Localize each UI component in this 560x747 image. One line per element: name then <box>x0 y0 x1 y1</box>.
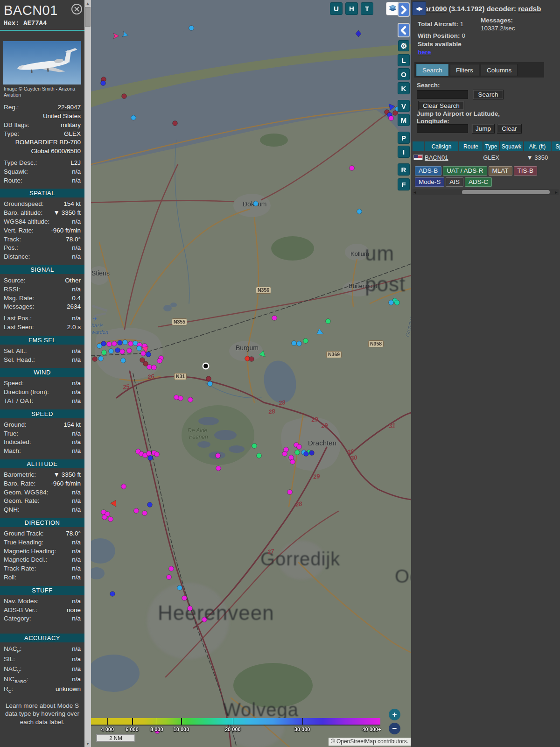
aircraft-marker[interactable] <box>208 381 213 387</box>
column-header-Alt. (ft)[interactable]: Alt. (ft) <box>524 141 551 151</box>
aircraft-marker[interactable] <box>249 357 254 362</box>
table-cell-type[interactable]: GLEX <box>483 153 499 162</box>
aircraft-marker[interactable] <box>147 365 152 370</box>
aircraft-marker[interactable] <box>101 81 106 86</box>
aircraft-marker[interactable] <box>303 338 308 344</box>
map-button-P[interactable]: P <box>398 132 410 144</box>
aircraft-marker[interactable] <box>123 340 128 345</box>
map-button-K[interactable]: K <box>398 82 410 94</box>
tab-columns[interactable]: Columns <box>481 64 518 76</box>
filter-ads-c[interactable]: ADS-C <box>465 177 492 187</box>
aircraft-marker[interactable] <box>128 341 133 346</box>
aircraft-marker[interactable] <box>272 316 277 321</box>
aircraft-marker[interactable] <box>178 396 183 401</box>
expand-panel-button[interactable] <box>398 2 410 17</box>
tab-filters[interactable]: Filters <box>450 64 479 76</box>
table-cell-spd[interactable] <box>552 153 560 162</box>
aircraft-marker[interactable] <box>107 342 112 347</box>
column-header-Squawk[interactable]: Squawk <box>500 141 523 151</box>
aircraft-marker[interactable] <box>154 452 160 457</box>
aircraft-marker[interactable] <box>108 517 113 522</box>
aircraft-marker[interactable] <box>173 121 178 126</box>
aircraft-marker[interactable] <box>169 566 174 571</box>
table-cell-callsign[interactable]: BACN01 <box>425 153 458 162</box>
aircraft-marker[interactable] <box>290 459 295 465</box>
aircraft-marker[interactable] <box>386 102 395 110</box>
zoom-in-button[interactable]: + <box>389 709 400 720</box>
aircraft-marker[interactable] <box>189 26 194 31</box>
column-header-flag[interactable] <box>413 141 424 151</box>
selected-aircraft-marker[interactable] <box>203 363 209 369</box>
aircraft-marker[interactable] <box>109 349 114 354</box>
aircraft-marker[interactable] <box>326 319 331 324</box>
aircraft-marker[interactable] <box>113 33 119 39</box>
map-button-T[interactable]: T <box>361 2 373 15</box>
aircraft-marker[interactable] <box>287 490 293 495</box>
settings-button[interactable]: ⚙ <box>398 40 409 51</box>
aircraft-marker[interactable] <box>122 31 129 38</box>
aircraft-marker[interactable] <box>131 115 136 120</box>
aircraft-marker[interactable] <box>304 451 309 457</box>
aircraft-marker[interactable] <box>118 340 123 345</box>
hscroll-thumb[interactable] <box>462 190 550 194</box>
scroll-up-icon[interactable]: ▲ <box>84 0 91 7</box>
column-header-Type[interactable]: Type <box>483 141 499 151</box>
aircraft-marker[interactable] <box>141 351 146 356</box>
aircraft-marker[interactable] <box>389 116 394 121</box>
aircraft-marker[interactable] <box>112 341 117 346</box>
scroll-left-icon[interactable]: ◄ <box>413 189 417 195</box>
map-attribution[interactable]: © OpenStreetMap contributors. <box>329 738 411 746</box>
jump-clear-button[interactable]: Clear <box>497 124 522 134</box>
filter-mlat[interactable]: MLAT <box>489 166 512 176</box>
column-header-Route[interactable]: Route <box>459 141 483 151</box>
table-cell-route[interactable] <box>459 153 483 162</box>
scroll-right-icon[interactable]: ► <box>554 189 559 195</box>
aircraft-marker[interactable] <box>393 111 398 116</box>
aircraft-marker[interactable] <box>177 585 182 591</box>
aircraft-marker[interactable] <box>252 444 257 449</box>
map-button-I[interactable]: I <box>398 146 410 158</box>
aircraft-marker[interactable] <box>297 341 302 346</box>
map[interactable]: StiensDokkumKollumBuitenpostBurgumDracht… <box>91 0 411 747</box>
aircraft-marker[interactable] <box>121 484 126 489</box>
map-button-V[interactable]: V <box>398 100 410 112</box>
aircraft-marker[interactable] <box>395 300 400 305</box>
aircraft-marker[interactable] <box>127 348 132 353</box>
aircraft-marker[interactable] <box>102 515 107 520</box>
tab-search[interactable]: Search <box>416 64 448 76</box>
filter-ads-b[interactable]: ADS-B <box>415 166 441 176</box>
map-button-R[interactable]: R <box>398 163 410 176</box>
table-cell-flag[interactable] <box>413 153 424 162</box>
map-button-F[interactable]: F <box>398 178 410 190</box>
filter-ais[interactable]: AIS <box>446 177 463 187</box>
aircraft-marker[interactable] <box>350 166 355 171</box>
aircraft-marker[interactable] <box>146 352 151 357</box>
scroll-down-icon[interactable]: ▼ <box>84 740 91 747</box>
aircraft-marker[interactable] <box>292 341 297 346</box>
map-button-L[interactable]: L <box>398 54 410 66</box>
aircraft-marker[interactable] <box>309 451 315 456</box>
aircraft-marker[interactable] <box>357 209 362 214</box>
collapse-sidebar-button[interactable] <box>398 23 410 37</box>
stats-here-link[interactable]: here <box>418 49 431 56</box>
search-button[interactable]: Search <box>473 90 504 99</box>
aircraft-marker[interactable] <box>111 500 119 508</box>
aircraft-marker[interactable] <box>142 511 147 516</box>
map-button-H[interactable]: H <box>345 2 358 15</box>
aircraft-marker[interactable] <box>216 453 221 458</box>
aircraft-marker[interactable] <box>188 397 193 402</box>
aircraft-marker[interactable] <box>121 358 126 363</box>
aircraft-marker[interactable] <box>295 450 300 455</box>
aircraft-marker[interactable] <box>297 444 302 450</box>
aircraft-marker[interactable] <box>182 596 187 601</box>
scrollbar-thumb[interactable] <box>85 7 91 27</box>
aircraft-marker[interactable] <box>257 453 262 458</box>
aircraft-marker[interactable] <box>282 451 287 457</box>
aircraft-marker[interactable] <box>147 451 152 456</box>
aircraft-marker[interactable] <box>110 592 115 597</box>
filter-tis-b[interactable]: TIS-B <box>514 166 538 176</box>
aircraft-marker[interactable] <box>188 606 193 611</box>
aircraft-marker[interactable] <box>98 356 104 361</box>
map-button-O[interactable]: O <box>398 68 410 80</box>
table-cell-alt. (ft)[interactable]: ▼ 3350 <box>524 153 551 162</box>
